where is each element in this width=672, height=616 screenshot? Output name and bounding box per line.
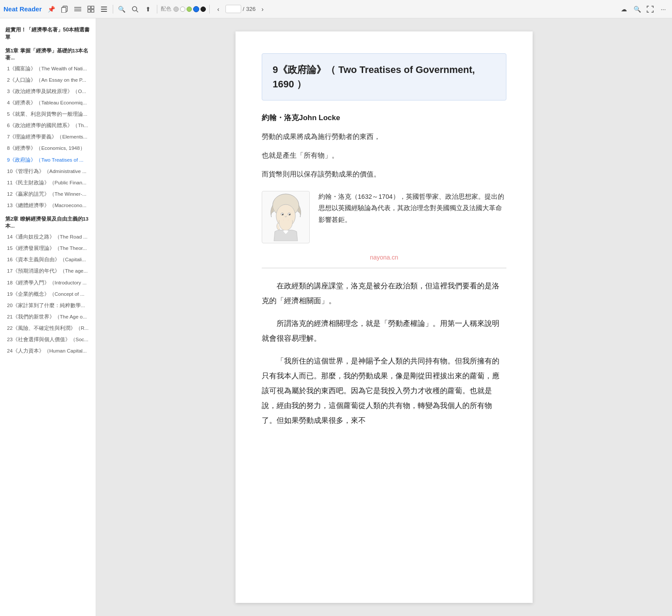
sidebar-item-22[interactable]: 22《風險、不確定性與利潤》（R... [0,322,96,334]
copy-icon[interactable] [59,4,70,14]
color-label: 配色 [161,5,171,13]
next-page-button[interactable]: › [257,4,268,14]
sidebar-item-18[interactable]: 18《經濟學入門》（Introductory ... [0,277,96,288]
toolbar-separator-1 [113,5,113,14]
svg-rect-5 [88,6,90,9]
toolbar: Neat Reader 📌 🔍 ⬆ 配色 ‹ 79 / 326 › ☁ [0,0,672,18]
page-total: 326 [246,6,256,12]
sidebar-item-21[interactable]: 21《我們的新世界》（The Age o... [0,311,96,322]
page-input[interactable]: 79 [225,5,241,13]
color-dot-5[interactable] [201,7,206,12]
list-icon[interactable] [99,4,109,14]
menu-icon[interactable] [73,4,83,14]
sidebar-item-17[interactable]: 17《預期消退的年代》（The age... [0,265,96,277]
sidebar-item-13[interactable]: 13《總體經濟學》（Macroecono... [0,200,96,211]
svg-point-12 [132,7,137,11]
grid-icon[interactable] [86,4,96,14]
svg-rect-4 [74,10,81,11]
prev-page-button[interactable]: ‹ [213,4,224,14]
toolbar-separator-2 [157,5,157,14]
sidebar-item-1[interactable]: 1《國富論》（The Wealth of Nati... [0,63,96,74]
author-name: 約翰・洛克John Locke [262,113,506,123]
watermark: nayona.cn [262,254,506,261]
search-icon[interactable]: 🔍 [117,4,127,14]
pin-icon[interactable]: 📌 [46,4,57,14]
sidebar-item-14[interactable]: 14《通向奴役之路》（The Road ... [0,231,96,242]
author-portrait [262,191,310,243]
arrow-icon[interactable]: ⬆ [143,4,153,14]
sidebar-item-2[interactable]: 2《人口論》（An Essay on the P... [0,74,96,86]
content-para-3: 「我所住的這個世界，是神賜予全人類的共同持有物。但我所擁有的只有我本人而已。那麼… [262,354,506,428]
content-area[interactable]: 9《政府論》（ Two Treatises of Government, 169… [96,18,672,616]
sidebar: 超實用！「經濟學名著」50本精選書單 第1章 掌握「經濟學」基礎的13本名著..… [0,18,96,616]
chapter-num: 9《政府論》（ Two Treatises of Government, 169… [273,64,475,90]
color-dot-1[interactable] [173,7,179,12]
sidebar-item-7[interactable]: 7《理論經濟學要義》（Elements... [0,131,96,142]
chapter-title: 9《政府論》（ Two Treatises of Government, 169… [273,62,495,91]
svg-rect-1 [62,7,66,13]
quote-line-2: 也就是產生「所有物」。 [262,149,506,162]
svg-rect-6 [91,6,94,9]
quote-line-3: 而貨幣則用以保存該勞動成果的價值。 [262,168,506,181]
sidebar-item-9[interactable]: 9《政府論》（Two Treatises of ... [0,154,96,166]
more-icon[interactable]: ··· [658,4,669,14]
svg-point-18 [282,214,284,215]
color-dot-4[interactable] [193,6,199,12]
color-dot-2[interactable] [180,7,185,12]
sidebar-item-15[interactable]: 15《經濟發展理論》（The Theor... [0,242,96,254]
sidebar-item-23[interactable]: 23《社會選擇與個人價值》（Soc... [0,334,96,345]
svg-rect-9 [101,7,107,7]
main-layout: 超實用！「經濟學名著」50本精選書單 第1章 掌握「經濟學」基礎的13本名著..… [0,18,672,616]
svg-rect-7 [88,10,90,12]
page: 9《政府論》（ Two Treatises of Government, 169… [236,31,533,603]
cloud-icon[interactable]: ☁ [619,4,629,14]
sidebar-item-10[interactable]: 10《管理行為》（Administrative ... [0,166,96,177]
svg-rect-2 [74,7,81,8]
sidebar-item-16[interactable]: 16《資本主義與自由》（Capitali... [0,254,96,265]
sidebar-item-8[interactable]: 8《經濟學》（Economics, 1948） [0,142,96,154]
sidebar-item-3[interactable]: 3《政治經濟學及賦稅原理》（O... [0,86,96,97]
content-para-1: 在政經類的講座課堂，洛克是被分在政治類，但這裡我們要看的是洛克的「經濟相關面」。 [262,279,506,308]
svg-rect-10 [101,9,107,10]
bio-block: 約翰・洛克（1632～1704），英國哲學家、政治思想家。提出的思想以英國經驗論… [262,191,506,243]
sidebar-chapter2-header: 第2章 瞭解經濟發展及自由主義的13本... [0,211,96,231]
sidebar-item-20[interactable]: 20《家計算到了什麼：純粹數學... [0,300,96,311]
right-toolbar: ☁ 🔍 ··· [619,4,669,14]
sidebar-item-19[interactable]: 19《企業的概念》（Concept of ... [0,288,96,300]
search2-icon[interactable] [130,4,140,14]
sidebar-item-12[interactable]: 12《贏家的詛咒》（The Winner-... [0,188,96,200]
content-divider [262,268,506,268]
color-settings: 配色 [161,5,206,13]
sidebar-item-4[interactable]: 4《經濟表》（Tableau Economiq... [0,97,96,108]
svg-rect-3 [74,9,81,10]
svg-point-19 [289,214,291,215]
chapter-title-box: 9《政府論》（ Two Treatises of Government, 169… [262,53,506,100]
svg-rect-11 [101,11,107,12]
svg-rect-8 [91,10,94,12]
content-para-2: 所謂洛克的經濟相關理念，就是「勞動產權論」。用第一人稱來說明就會很容易理解。 [262,316,506,346]
svg-line-13 [136,10,138,12]
app-title: Neat Reader [3,5,42,13]
sidebar-item-24[interactable]: 24《人力資本》（Human Capital... [0,345,96,356]
quote-line-1: 勞動的成果將成為施行勞動者的東西， [262,131,506,143]
bio-text: 約翰・洛克（1632～1704），英國哲學家、政治思想家。提出的思想以英國經驗論… [319,191,506,225]
color-dot-3[interactable] [187,7,192,12]
toolbar-separator-3 [209,5,210,14]
search-right-icon[interactable]: 🔍 [632,4,642,14]
sidebar-item-6[interactable]: 6《政治經濟學的國民體系》（Th... [0,120,96,131]
sidebar-item-5[interactable]: 5《就業、利息與貨幣的一般理論... [0,108,96,120]
sidebar-top-section: 超實用！「經濟學名著」50本精選書單 [0,23,96,43]
fullscreen-icon[interactable] [645,4,655,14]
page-navigation: ‹ 79 / 326 › [213,4,268,14]
sidebar-item-11[interactable]: 11《民主財政論》（Public Finan... [0,177,96,188]
page-separator: / [243,6,245,12]
sidebar-chapter1-header: 第1章 掌握「經濟學」基礎的13本名著... [0,43,96,63]
